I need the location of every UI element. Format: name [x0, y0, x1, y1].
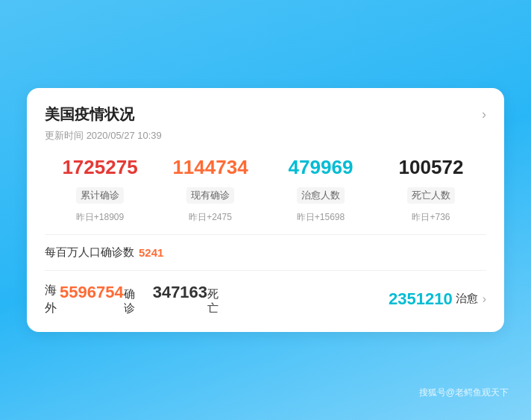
card-chevron-icon[interactable]: ›: [482, 107, 486, 122]
overseas-label-block: 海 外: [45, 281, 57, 317]
stat-delta-deaths: 昨日+736: [376, 208, 486, 224]
stat-confirmed-total: 1725275: [45, 156, 155, 179]
stats-labels-row: 累计确诊 现有确诊 治愈人数 死亡人数: [45, 184, 486, 204]
overseas-row: 海 外 5596754 确诊 347163 死亡 2351210 治愈 ›: [45, 281, 486, 317]
update-time-value: 2020/05/27 10:39: [87, 130, 162, 141]
overseas-confirm: 5596754 确诊: [60, 283, 135, 316]
overseas-confirm-num: 5596754: [60, 283, 124, 302]
overseas-death-label: 死亡: [207, 287, 219, 316]
label-deaths: 死亡人数: [407, 187, 455, 204]
stat-label-confirmed-total: 累计确诊: [45, 184, 155, 204]
stat-recovered: 479969: [266, 156, 376, 179]
confirmed-total-number: 1725275: [62, 156, 137, 179]
per-million-label: 每百万人口确诊数: [45, 245, 134, 260]
label-recovered: 治愈人数: [297, 187, 345, 204]
per-million-row: 每百万人口确诊数 5241: [45, 245, 486, 260]
per-million-value: 5241: [139, 246, 163, 259]
delta-recovered: 昨日+15698: [297, 211, 345, 224]
overseas-death-num: 347163: [153, 283, 207, 302]
stat-label-recovered: 治愈人数: [266, 184, 376, 204]
card-title: 美国疫情状况: [45, 104, 134, 125]
label-confirmed-total: 累计确诊: [76, 187, 124, 204]
delta-confirmed-total: 昨日+18909: [76, 211, 124, 224]
overseas-chevron-icon[interactable]: ›: [483, 292, 486, 306]
update-time: 更新时间 2020/05/27 10:39: [45, 129, 486, 142]
divider-2: [45, 270, 486, 271]
divider-1: [45, 234, 486, 235]
delta-confirmed-active: 昨日+2475: [189, 211, 232, 224]
label-confirmed-active: 现有确诊: [186, 187, 234, 204]
stat-label-confirmed-active: 现有确诊: [155, 184, 266, 204]
stat-label-deaths: 死亡人数: [376, 184, 486, 204]
watermark: 搜狐号@老鳄鱼观天下: [419, 386, 509, 399]
delta-deaths: 昨日+736: [412, 211, 450, 224]
overseas-recover-num: 2351210: [389, 289, 453, 309]
stats-numbers-row: 1725275 1144734 479969 100572: [45, 156, 486, 179]
update-label: 更新时间: [45, 130, 84, 141]
stats-delta-row: 昨日+18909 昨日+2475 昨日+15698 昨日+736: [45, 208, 486, 224]
deaths-number: 100572: [399, 156, 464, 179]
stat-confirmed-active: 1144734: [155, 156, 266, 179]
overseas-label-line2: 外: [45, 299, 57, 317]
recovered-number: 479969: [289, 156, 354, 179]
overseas-death: 347163 死亡: [153, 283, 219, 316]
overseas-confirm-label: 确诊: [124, 287, 135, 316]
stat-delta-confirmed-active: 昨日+2475: [155, 208, 266, 224]
stat-delta-recovered: 昨日+15698: [266, 208, 376, 224]
overseas-recover[interactable]: 2351210 治愈 ›: [389, 289, 486, 309]
main-card: 美国疫情状况 › 更新时间 2020/05/27 10:39 1725275 1…: [27, 88, 504, 331]
stat-deaths: 100572: [376, 156, 486, 179]
overseas-label-line1: 海: [45, 281, 57, 299]
watermark-text: 搜狐号@老鳄鱼观天下: [419, 387, 509, 398]
card-header: 美国疫情状况 ›: [45, 104, 486, 125]
confirmed-active-number: 1144734: [172, 156, 248, 179]
stat-delta-confirmed-total: 昨日+18909: [45, 208, 155, 224]
overseas-recover-label: 治愈: [456, 292, 478, 306]
overseas-data: 5596754 确诊 347163 死亡 2351210 治愈 ›: [60, 283, 486, 316]
